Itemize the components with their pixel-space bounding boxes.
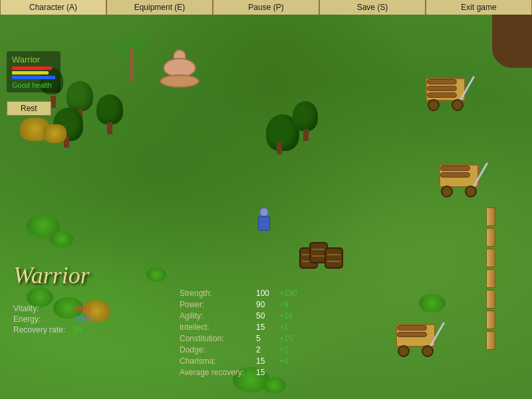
power-bonus: +9	[279, 300, 289, 309]
cart-log	[427, 92, 457, 98]
cart-wheel	[398, 345, 410, 357]
strength-label: Strength:	[180, 289, 256, 298]
cart-body	[396, 324, 436, 347]
tree-canopy	[293, 101, 318, 131]
agility-value: 50	[256, 311, 279, 321]
fence-post	[486, 269, 495, 288]
cart-log	[397, 332, 427, 337]
cart-log	[427, 86, 457, 91]
fountain-base	[160, 74, 200, 88]
cart-log	[440, 166, 470, 171]
cart-wheel	[452, 99, 464, 111]
fence-post	[486, 290, 495, 309]
energy-label: Energy:	[13, 315, 73, 324]
cart-body	[439, 164, 479, 188]
strength-value: 100	[256, 289, 279, 298]
health-bars	[12, 66, 55, 79]
health-bar-blue	[12, 76, 55, 79]
tree-trunk	[303, 129, 309, 141]
charisma-value: 15	[256, 356, 279, 366]
yellow-bush	[43, 124, 66, 143]
fence-post	[486, 311, 495, 329]
dodge-value: 2	[256, 345, 279, 354]
warrior-status: Warrior Good health	[7, 51, 61, 92]
agility-row: Agility: 50 +16	[180, 311, 297, 321]
player-body	[258, 216, 270, 231]
intellect-value: 15	[256, 323, 279, 332]
avg-recovery-row: Average recovery: 15	[180, 368, 297, 377]
dodge-bonus: +2	[279, 345, 289, 354]
character-menu[interactable]: Character (A)	[0, 0, 106, 15]
barrel	[325, 247, 343, 269]
fence-post	[486, 207, 495, 226]
cart-body	[426, 78, 466, 101]
vitality-label: Vitality:	[13, 304, 73, 313]
strength-row: Strength: 100 +190	[180, 289, 297, 298]
player-head	[259, 207, 269, 217]
fence-post	[486, 331, 495, 350]
recovery-row: Recovery rate: 24	[13, 325, 91, 334]
power-value: 90	[256, 300, 279, 309]
char-name-text: Warrior	[13, 261, 90, 289]
character-name-display: Warrior	[13, 261, 90, 293]
tree-trunk	[107, 122, 112, 134]
tree	[266, 114, 293, 154]
cart-log	[427, 79, 457, 84]
recovery-label: Recovery rate:	[13, 325, 73, 334]
constitution-label: Constitution:	[180, 334, 256, 343]
agility-bonus: +16	[279, 311, 293, 321]
exit-menu[interactable]: Exit game	[426, 0, 532, 15]
save-menu[interactable]: Save (S)	[319, 0, 426, 15]
cart-wheel	[422, 345, 434, 357]
dirt-patch	[492, 15, 532, 68]
player-character	[256, 207, 272, 231]
fountain	[153, 41, 206, 88]
fence-post	[486, 228, 495, 247]
fence-post	[486, 249, 495, 267]
health-status-text: Good health	[12, 81, 55, 89]
palm-trunk	[130, 48, 134, 81]
power-label: Power:	[180, 300, 256, 309]
bush	[146, 267, 166, 282]
fence	[486, 207, 495, 350]
avg-recovery-value: 15	[256, 368, 279, 377]
cart	[392, 321, 439, 357]
recovery-value: 24	[73, 325, 82, 334]
intellect-bonus: +1	[279, 323, 289, 332]
intellect-label: Intellect:	[180, 323, 256, 332]
basic-stats-panel: Vitality: 1995 Energy: 1005 Recovery rat…	[13, 304, 91, 336]
cart-wheel	[465, 186, 477, 198]
charisma-row: Charisma: 15 +4	[180, 356, 297, 366]
strength-bonus: +190	[279, 289, 297, 298]
tree	[96, 94, 123, 134]
bush	[263, 377, 286, 394]
tree-canopy	[96, 94, 123, 124]
cart-log	[397, 325, 427, 331]
rest-button[interactable]: Rest	[7, 101, 51, 116]
dodge-row: Dodge: 2 +2	[180, 345, 297, 354]
warrior-name-tag: Warrior	[12, 55, 55, 65]
tree-trunk	[277, 142, 282, 154]
tree-trunk	[51, 96, 56, 108]
vitality-row: Vitality: 1995	[13, 304, 91, 313]
constitution-value: 5	[256, 334, 279, 343]
tree-canopy	[66, 81, 93, 111]
health-bar-yellow	[12, 71, 49, 74]
tree	[293, 101, 319, 141]
cart-wheel	[428, 99, 440, 111]
charisma-bonus: +4	[279, 356, 289, 366]
barrels	[299, 247, 344, 271]
dodge-label: Dodge:	[180, 345, 256, 354]
cart	[436, 161, 482, 198]
combat-stats-panel: Strength: 100 +190 Power: 90 +9 Agility:…	[180, 289, 297, 379]
charisma-label: Charisma:	[180, 356, 256, 366]
constitution-row: Constitution: 5 +15	[180, 334, 297, 343]
pause-menu[interactable]: Pause (P)	[213, 0, 319, 15]
constitution-bonus: +15	[279, 334, 293, 343]
equipment-menu[interactable]: Equipment (E)	[106, 0, 213, 15]
vitality-value: 1995	[73, 304, 91, 313]
power-row: Power: 90 +9	[180, 300, 297, 309]
cart-log	[440, 172, 470, 178]
health-bar-red	[12, 66, 52, 70]
cart-wheel	[441, 186, 453, 198]
